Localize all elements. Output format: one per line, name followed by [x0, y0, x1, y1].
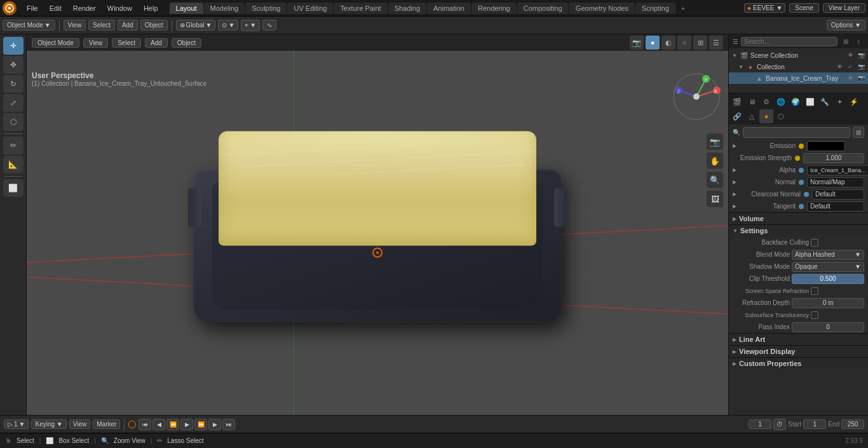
tab-layout[interactable]: Layout [170, 3, 203, 14]
prop-tab-material[interactable]: ● [759, 109, 773, 123]
shadow-mode-dropdown[interactable]: Opaque ▼ [792, 262, 864, 272]
start-frame-input[interactable]: 1 [803, 419, 826, 429]
frame-time-toggle[interactable]: ⏱ [773, 419, 786, 430]
alpha-texture-field[interactable]: Ice_Cream_1_Bana... [807, 165, 868, 175]
prop-tab-data[interactable]: △ [745, 109, 759, 123]
jump-fwd-btn[interactable]: ⏩ [194, 419, 207, 430]
view-menu[interactable]: View [64, 20, 86, 31]
tangent-field[interactable]: Default [807, 201, 864, 212]
prop-tab-view-layer[interactable]: ⚙ [759, 95, 773, 109]
tab-shading[interactable]: Shading [388, 3, 426, 14]
scene-visibility-eye[interactable]: 👁 [846, 51, 855, 60]
screen-space-refraction-checkbox[interactable] [811, 287, 818, 295]
properties-search-input[interactable] [743, 127, 850, 138]
tangent-dot[interactable] [799, 204, 804, 209]
emission-dot[interactable] [799, 144, 804, 149]
transform-pivot[interactable]: ⊙▼ [218, 20, 238, 31]
add-menu[interactable]: Add [118, 20, 138, 31]
outliner-filter-btn[interactable]: ⊞ [840, 36, 851, 47]
properties-scroll-area[interactable]: ▶ Emission Emission Strength 1.000 ▶ Alp… [729, 140, 868, 415]
viewport-add[interactable]: Add [145, 38, 168, 48]
play-btn[interactable]: ▶ [180, 419, 193, 430]
camera-view-button[interactable]: 📷 [707, 133, 723, 150]
jump-back-btn[interactable]: ⏪ [166, 419, 179, 430]
timeline-view-btn[interactable]: View [69, 419, 91, 429]
clearcoat-normal-dot[interactable] [804, 192, 809, 197]
viewport-object[interactable]: Object [172, 38, 201, 48]
render-engine-select[interactable]: ● EEVEE ▼ [744, 3, 785, 13]
proportional-edit[interactable]: ∿ [262, 20, 276, 31]
next-keyframe-btn[interactable]: ▶ [208, 419, 221, 430]
transform-orientation[interactable]: ⊕ Global ▼ [176, 20, 216, 31]
tool-add-cube[interactable]: ⬜ [3, 179, 24, 197]
options-button[interactable]: Options ▼ [827, 20, 865, 31]
clearcoat-expand[interactable]: ▶ [733, 191, 736, 197]
collection-exclude-check[interactable]: ✓ [846, 62, 855, 71]
collection-render-btn[interactable]: 📷 [857, 62, 865, 71]
volume-section-header[interactable]: ▶ Volume [729, 212, 868, 224]
prev-keyframe-btn[interactable]: ◀ [153, 419, 165, 430]
prop-tab-particles[interactable]: ✦ [832, 95, 846, 109]
render-icon[interactable]: 🖼 [707, 191, 723, 207]
outliner-mesh-item[interactable]: ▲ Banana_Ice_Cream_Tray 👁 📷 [729, 72, 868, 84]
scene-render-cam[interactable]: 📷 [857, 51, 865, 60]
outliner-sort-btn[interactable]: ↕ [853, 36, 864, 47]
view-layer-select[interactable]: View Layer [823, 3, 865, 13]
blend-mode-dropdown[interactable]: Alpha Hashed ▼ [792, 250, 864, 260]
pan-button[interactable]: ✋ [707, 153, 723, 169]
tab-geometry-nodes[interactable]: Geometry Nodes [569, 3, 635, 14]
outliner-collection-item[interactable]: ▼ ● Collection 👁 ✓ 📷 [729, 61, 868, 72]
viewport-display-mode-material[interactable]: ◐ [661, 36, 675, 50]
viewport-overlay-toggle[interactable]: ⊞ [693, 36, 707, 50]
refraction-depth-value[interactable]: 0 m [792, 298, 864, 308]
normal-value-field[interactable]: Normal/Map [807, 177, 864, 187]
normal-dot[interactable] [799, 180, 804, 185]
menu-file[interactable]: File [22, 3, 43, 13]
alpha-dot[interactable] [799, 168, 804, 173]
emission-strength-value[interactable]: 1.000 [803, 153, 864, 163]
tab-animation[interactable]: Animation [427, 3, 471, 14]
mesh-visibility-eye[interactable]: 👁 [846, 74, 855, 83]
object-menu[interactable]: Object [140, 20, 168, 31]
go-to-end-btn[interactable]: ⏭ [222, 419, 235, 430]
tool-cursor[interactable]: ✛ [3, 37, 24, 55]
clip-threshold-value[interactable]: 0.500 [792, 274, 864, 284]
menu-edit[interactable]: Edit [44, 3, 67, 13]
add-workspace-button[interactable]: + [676, 3, 690, 14]
viewport-view[interactable]: View [83, 38, 109, 48]
viewport-3d[interactable]: Object Mode View Select Add Object 📷 ● ◐… [27, 34, 728, 415]
snap-settings[interactable]: ⌖▼ [241, 20, 260, 31]
viewport-display-mode-solid[interactable]: ● [646, 36, 660, 50]
prop-tab-modifiers[interactable]: 🔧 [818, 95, 832, 109]
prop-tab-output[interactable]: 🖥 [745, 95, 759, 109]
prop-tab-constraints[interactable]: 🔗 [730, 109, 744, 123]
prop-tab-shader[interactable]: ⬡ [774, 109, 788, 123]
pass-index-value[interactable]: 0 [792, 322, 864, 332]
viewport-xray-toggle[interactable]: ☰ [709, 36, 723, 50]
tab-rendering[interactable]: Rendering [471, 3, 517, 14]
tool-move[interactable]: ✥ [3, 56, 24, 74]
end-frame-input[interactable]: 250 [841, 419, 864, 429]
tool-rotate[interactable]: ↻ [3, 75, 24, 93]
prop-tab-world[interactable]: 🌍 [789, 95, 803, 109]
current-frame-input[interactable]: 1 [749, 419, 771, 429]
scene-select[interactable]: Scene [789, 3, 818, 13]
go-to-start-btn[interactable]: ⏮ [139, 419, 151, 430]
zoom-button[interactable]: 🔍 [707, 172, 723, 188]
collection-visibility-eye[interactable]: 👁 [835, 62, 844, 71]
playback-dropdown[interactable]: ▷ 1 ▼ [4, 419, 29, 429]
tool-transform[interactable]: ⬡ [3, 113, 24, 131]
select-menu[interactable]: Select [88, 20, 115, 31]
prop-tab-render[interactable]: 🎬 [730, 95, 744, 109]
tool-scale[interactable]: ⤢ [3, 94, 24, 112]
menu-window[interactable]: Window [102, 3, 137, 13]
backface-culling-checkbox[interactable] [811, 239, 818, 247]
prop-tab-scene[interactable]: 🌐 [774, 95, 788, 109]
viewport-camera-icon[interactable]: 📷 [630, 36, 644, 50]
normal-expand[interactable]: ▶ [733, 179, 736, 185]
prop-tab-physics[interactable]: ⚡ [847, 95, 861, 109]
viewport-display-mode-rendered[interactable]: ○ [677, 36, 691, 50]
object-mode-dropdown[interactable]: Object Mode▼ [3, 20, 55, 31]
viewport-select[interactable]: Select [112, 38, 141, 48]
tool-measure[interactable]: 📐 [3, 156, 24, 173]
